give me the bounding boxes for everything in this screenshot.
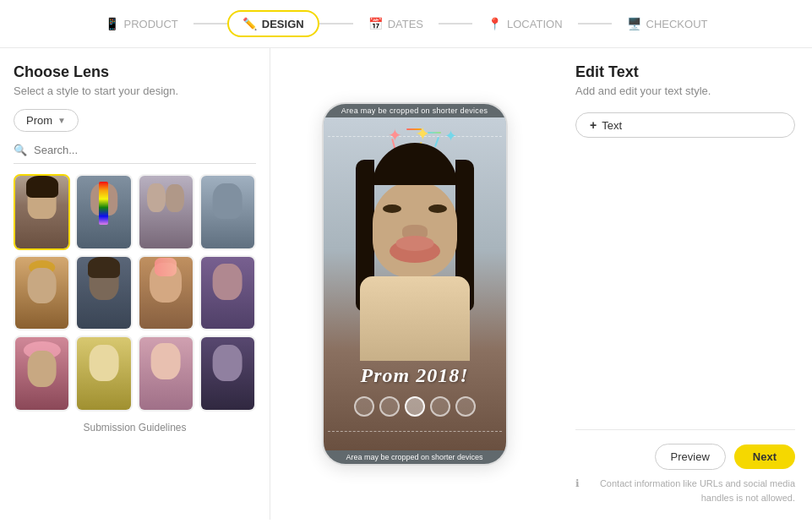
product-icon: 📱 <box>105 17 119 30</box>
lens-item-9[interactable] <box>14 335 70 412</box>
prom-text: Prom 2018! <box>324 364 506 387</box>
circle-5[interactable] <box>455 396 476 417</box>
lens-item-3[interactable] <box>138 174 194 250</box>
lens-item-12[interactable] <box>199 335 256 412</box>
choose-lens-subtitle: Select a style to start your design. <box>14 85 256 97</box>
lens-category-dropdown[interactable]: Prom ▼ <box>14 109 79 132</box>
location-label: LOCATION <box>507 18 563 30</box>
lens-item-2[interactable] <box>75 174 132 250</box>
circle-4[interactable] <box>430 396 450 417</box>
panel-divider <box>575 429 795 430</box>
phone-bottom-notice: Area may be cropped on shorter devices <box>324 450 506 464</box>
lens-item-7[interactable] <box>138 255 194 331</box>
edit-text-title: Edit Text <box>575 63 795 81</box>
submission-guidelines-link[interactable]: Submission Guidelines <box>14 422 256 434</box>
next-button[interactable]: Next <box>734 444 795 469</box>
lens-grid <box>14 174 256 412</box>
main-content: Choose Lens Select a style to start your… <box>0 48 812 520</box>
phone-image-area: ✦ ✦ ✦ <box>324 117 506 450</box>
add-text-label: Text <box>602 119 622 132</box>
dropdown-label: Prom <box>26 114 52 127</box>
edit-text-subtitle: Add and edit your text style. <box>575 85 795 97</box>
crop-guide-bottom <box>328 431 502 432</box>
nav-step-location[interactable]: 📍 LOCATION <box>472 10 578 37</box>
disclaimer-text: Contact information like URLs and social… <box>585 477 795 504</box>
checkout-icon: 🖥️ <box>627 17 641 30</box>
search-input[interactable] <box>34 144 256 156</box>
plus-icon: + <box>590 118 597 132</box>
filter-circles <box>324 396 506 417</box>
preview-button[interactable]: Preview <box>655 444 726 470</box>
choose-lens-title: Choose Lens <box>14 63 256 81</box>
nav-step-product[interactable]: 📱 PRODUCT <box>90 10 193 37</box>
dates-icon: 📅 <box>368 17 383 30</box>
nav-step-dates[interactable]: 📅 DATES <box>353 10 439 37</box>
nav-connector-2 <box>319 23 353 25</box>
lens-item-8[interactable] <box>199 255 256 331</box>
nav-step-design[interactable]: ✏️ DESIGN <box>227 10 319 37</box>
circle-2[interactable] <box>379 396 400 417</box>
lens-item-11[interactable] <box>138 335 194 412</box>
search-icon: 🔍 <box>14 144 27 156</box>
info-icon: ℹ <box>575 477 580 489</box>
search-bar: 🔍 <box>14 144 256 164</box>
chevron-down-icon: ▼ <box>57 116 66 125</box>
lens-item-6[interactable] <box>75 255 132 331</box>
lens-item-10[interactable] <box>75 335 132 412</box>
person-figure <box>339 143 491 361</box>
dates-label: DATES <box>388 18 423 30</box>
nav-connector-1 <box>193 23 227 25</box>
lens-item-5[interactable] <box>14 255 70 331</box>
lens-item-1[interactable] <box>14 174 70 250</box>
nav-connector-4 <box>578 23 612 25</box>
product-label: PRODUCT <box>124 18 178 30</box>
right-panel: Edit Text Add and edit your text style. … <box>559 48 812 520</box>
circle-1[interactable] <box>354 396 374 417</box>
phone-top-notice: Area may be cropped on shorter devices <box>324 104 506 117</box>
phone-mockup: Area may be cropped on shorter devices ✦… <box>322 102 508 466</box>
design-label: DESIGN <box>262 18 304 30</box>
design-icon: ✏️ <box>243 17 257 30</box>
top-nav: 📱 PRODUCT ✏️ DESIGN 📅 DATES 📍 LOCATION 🖥… <box>0 0 812 48</box>
add-text-button[interactable]: + Text <box>575 112 795 138</box>
center-panel: Area may be cropped on shorter devices ✦… <box>270 48 559 520</box>
circle-3[interactable] <box>405 396 425 417</box>
nav-step-checkout[interactable]: 🖥️ CHECKOUT <box>612 10 723 37</box>
location-icon: 📍 <box>488 17 502 30</box>
nav-connector-3 <box>439 23 472 25</box>
bottom-actions: Preview Next <box>575 444 795 470</box>
disclaimer-row: ℹ Contact information like URLs and soci… <box>575 477 795 504</box>
left-panel: Choose Lens Select a style to start your… <box>0 48 270 520</box>
lens-item-4[interactable] <box>199 174 256 250</box>
checkout-label: CHECKOUT <box>646 18 708 30</box>
